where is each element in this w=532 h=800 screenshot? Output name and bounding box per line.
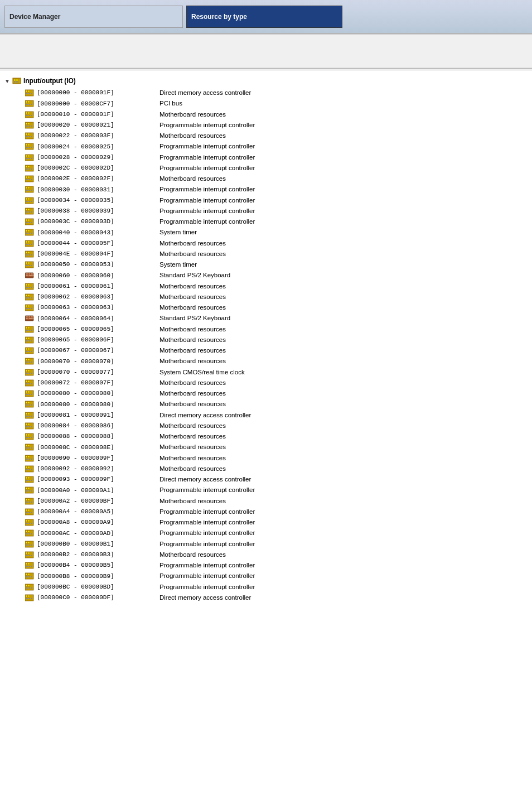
svg-rect-498 [27, 533, 28, 534]
tree-item[interactable]: [000000AC - 000000AD] Programmable inter… [2, 528, 530, 538]
tree-item[interactable]: [00000034 - 00000035] Programmable inter… [2, 195, 530, 206]
svg-rect-246 [28, 305, 30, 307]
tree-item[interactable]: [00000080 - 00000080] Motherboard resour… [2, 388, 530, 399]
svg-rect-388 [28, 434, 30, 436]
svg-rect-3 [14, 81, 15, 83]
svg-rect-509 [26, 544, 27, 546]
tree-item[interactable]: [00000010 - 0000001F] Motherboard resour… [2, 109, 530, 120]
tree-item[interactable]: [000000A2 - 000000BF] Motherboard resour… [2, 496, 530, 507]
tree-item[interactable]: [00000050 - 00000053] System timer [2, 259, 530, 270]
svg-rect-161 [33, 223, 33, 223]
tree-item[interactable]: [000000A0 - 000000A1] Programmable inter… [2, 485, 530, 495]
tree-item[interactable]: [00000044 - 0000005F] Motherboard resour… [2, 238, 530, 249]
svg-rect-467 [33, 500, 33, 500]
tree-item[interactable]: [000000B2 - 000000B3] Motherboard resour… [2, 550, 530, 560]
right-panel-tab[interactable]: Resource by type [186, 6, 342, 28]
svg-rect-224 [27, 287, 28, 288]
tree-item[interactable]: [0000002C - 0000002D] Programmable inter… [2, 163, 530, 174]
svg-rect-343 [29, 394, 30, 395]
tree-item[interactable]: [00000080 - 00000080] Motherboard resour… [2, 399, 530, 409]
svg-rect-378 [27, 426, 28, 427]
tree-item[interactable]: [00000030 - 00000031] Programmable inter… [2, 184, 530, 195]
svg-rect-65 [33, 137, 33, 137]
tree-item[interactable]: [00000090 - 0000009F] Motherboard resour… [2, 453, 530, 464]
tree-item[interactable]: [000000C0 - 000000DF] Direct memory acce… [2, 592, 530, 603]
tree-item[interactable]: [00000067 - 00000067] Motherboard resour… [2, 345, 530, 356]
tree-item[interactable]: [00000000 - 00000CF7] PCI bus [2, 98, 530, 109]
motherboard-icon [25, 368, 35, 376]
tree-item[interactable]: [00000065 - 0000006F] Motherboard resour… [2, 335, 530, 345]
svg-rect-385 [33, 427, 33, 427]
svg-rect-538 [33, 563, 33, 563]
motherboard-icon [25, 358, 35, 365]
section-header-io[interactable]: ▼ Input/output (IO) [2, 75, 530, 86]
svg-rect-112 [33, 179, 33, 179]
svg-rect-207 [33, 263, 33, 264]
tree-item[interactable]: [0000004E - 0000004F] Motherboard resour… [2, 249, 530, 259]
collapse-arrow[interactable]: ▼ [4, 78, 10, 84]
tree-item[interactable]: [000000BC - 000000BD] Programmable inter… [2, 582, 530, 592]
tree-item[interactable]: [00000060 - 00000060] Standard PS/2 Keyb… [2, 270, 530, 281]
address-range: [0000008C - 0000008E] [37, 443, 159, 452]
tree-item[interactable]: [00000020 - 00000021] Programmable inter… [2, 120, 530, 131]
svg-rect-222 [28, 284, 30, 286]
tree-item[interactable]: [00000093 - 0000009F] Direct memory acce… [2, 474, 530, 485]
svg-rect-243 [33, 298, 33, 298]
address-range: [0000003C - 0000003D] [37, 217, 159, 226]
address-range: [00000080 - 00000080] [37, 400, 159, 409]
tree-item[interactable]: [00000040 - 00000043] System timer [2, 227, 530, 238]
tree-item[interactable]: [00000028 - 00000029] Programmable inter… [2, 152, 530, 163]
svg-rect-175 [26, 241, 27, 243]
tree-item[interactable]: [00000000 - 0000001F] Direct memory acce… [2, 88, 530, 98]
left-panel-tab[interactable]: Device Manager [4, 6, 183, 28]
tree-item[interactable]: [00000084 - 00000086] Motherboard resour… [2, 421, 530, 431]
svg-rect-508 [28, 542, 30, 543]
tree-item[interactable]: [0000002E - 0000002F] Motherboard resour… [2, 174, 530, 184]
svg-rect-235 [26, 297, 27, 298]
tree-item[interactable]: [00000038 - 00000039] Programmable inter… [2, 206, 530, 216]
svg-rect-94 [27, 168, 28, 170]
svg-rect-32 [28, 112, 30, 114]
tree-item[interactable]: [00000063 - 00000063] Motherboard resour… [2, 302, 530, 313]
svg-rect-250 [31, 308, 32, 309]
tree-item[interactable]: [00000092 - 00000092] Motherboard resour… [2, 464, 530, 474]
svg-rect-382 [33, 423, 33, 424]
svg-rect-531 [26, 563, 27, 565]
svg-rect-177 [26, 244, 27, 245]
svg-rect-12 [31, 93, 32, 94]
tree-item[interactable]: [00000024 - 00000025] Programmable inter… [2, 141, 530, 152]
device-description: Standard PS/2 Keyboard [159, 271, 230, 280]
tree-item[interactable]: [000000B8 - 000000B9] Programmable inter… [2, 571, 530, 581]
tree-item[interactable]: [00000072 - 0000007F] Motherboard resour… [2, 378, 530, 388]
tree-item[interactable]: [000000A4 - 000000A5] Programmable inter… [2, 507, 530, 517]
tree-item[interactable]: [00000070 - 00000077] System CMOS/real t… [2, 367, 530, 378]
tree-item[interactable]: [00000088 - 00000088] Motherboard resour… [2, 431, 530, 442]
tree-item[interactable]: [0000003C - 0000003D] Programmable inter… [2, 216, 530, 227]
device-description: PCI bus [159, 99, 182, 108]
tree-item[interactable]: [00000065 - 00000065] Motherboard resour… [2, 324, 530, 335]
tree-item[interactable]: [00000022 - 0000003F] Motherboard resour… [2, 131, 530, 141]
svg-rect-259 [29, 316, 30, 317]
svg-rect-248 [27, 308, 28, 309]
svg-rect-182 [33, 241, 33, 242]
tree-item[interactable]: [00000070 - 00000070] Motherboard resour… [2, 356, 530, 367]
tree-item[interactable]: [00000062 - 00000063] Motherboard resour… [2, 292, 530, 302]
titlebar: Device Manager Resource by type [0, 0, 532, 33]
tree-item[interactable]: [00000064 - 00000064] Standard PS/2 Keyb… [2, 313, 530, 324]
tree-item[interactable]: [000000A8 - 000000A9] Programmable inter… [2, 517, 530, 528]
svg-rect-7 [26, 90, 27, 92]
svg-rect-425 [26, 469, 27, 470]
svg-rect-555 [26, 585, 27, 586]
svg-rect-91 [26, 166, 27, 167]
tree-item[interactable]: [000000B0 - 000000B1] Programmable inter… [2, 539, 530, 550]
svg-rect-568 [28, 595, 30, 597]
svg-rect-233 [26, 295, 27, 296]
tree-item[interactable]: [0000008C - 0000008E] Motherboard resour… [2, 442, 530, 452]
tree-item[interactable]: [00000081 - 00000091] Direct memory acce… [2, 410, 530, 421]
svg-rect-10 [27, 93, 28, 94]
svg-rect-524 [31, 555, 32, 556]
tree-item[interactable]: [00000061 - 00000061] Motherboard resour… [2, 281, 530, 292]
motherboard-icon [25, 379, 35, 387]
svg-rect-298 [33, 348, 33, 349]
tree-item[interactable]: [000000B4 - 000000B5] Programmable inter… [2, 560, 530, 571]
